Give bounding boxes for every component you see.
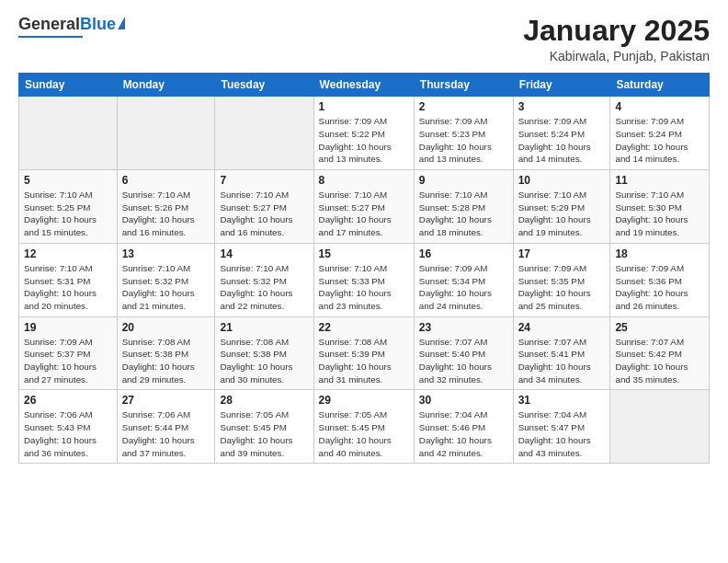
day-number: 26 bbox=[24, 394, 112, 407]
location: Kabirwala, Punjab, Pakistan bbox=[523, 49, 710, 63]
day-cell bbox=[610, 390, 710, 464]
day-cell bbox=[117, 97, 215, 170]
day-number: 25 bbox=[615, 321, 704, 334]
day-number: 13 bbox=[122, 247, 210, 260]
day-cell: 30Sunrise: 7:04 AMSunset: 5:46 PMDayligh… bbox=[414, 390, 513, 464]
day-info: Sunrise: 7:07 AMSunset: 5:40 PMDaylight:… bbox=[419, 336, 508, 386]
week-row-1: 5Sunrise: 7:10 AMSunset: 5:25 PMDaylight… bbox=[19, 170, 710, 244]
day-number: 14 bbox=[220, 247, 308, 260]
logo-underline bbox=[18, 36, 83, 38]
day-cell: 5Sunrise: 7:10 AMSunset: 5:25 PMDaylight… bbox=[19, 170, 118, 244]
day-number: 10 bbox=[518, 174, 606, 187]
week-row-4: 26Sunrise: 7:06 AMSunset: 5:43 PMDayligh… bbox=[19, 390, 710, 464]
day-number: 6 bbox=[122, 174, 210, 187]
day-info: Sunrise: 7:07 AMSunset: 5:42 PMDaylight:… bbox=[615, 336, 704, 386]
day-info: Sunrise: 7:04 AMSunset: 5:47 PMDaylight:… bbox=[518, 408, 606, 459]
header-saturday: Saturday bbox=[610, 74, 710, 97]
day-info: Sunrise: 7:09 AMSunset: 5:22 PMDaylight:… bbox=[319, 115, 409, 166]
day-info: Sunrise: 7:06 AMSunset: 5:44 PMDaylight:… bbox=[122, 408, 210, 459]
day-number: 18 bbox=[615, 247, 704, 260]
header-sunday: Sunday bbox=[19, 74, 118, 97]
day-info: Sunrise: 7:10 AMSunset: 5:28 PMDaylight:… bbox=[419, 189, 508, 239]
day-info: Sunrise: 7:09 AMSunset: 5:24 PMDaylight:… bbox=[615, 115, 704, 166]
day-cell: 27Sunrise: 7:06 AMSunset: 5:44 PMDayligh… bbox=[117, 390, 215, 464]
day-number: 24 bbox=[518, 321, 606, 334]
header-thursday: Thursday bbox=[414, 74, 513, 97]
day-info: Sunrise: 7:10 AMSunset: 5:33 PMDaylight:… bbox=[319, 262, 409, 313]
day-info: Sunrise: 7:05 AMSunset: 5:45 PMDaylight:… bbox=[220, 408, 308, 459]
day-number: 20 bbox=[122, 321, 210, 334]
day-info: Sunrise: 7:08 AMSunset: 5:39 PMDaylight:… bbox=[319, 336, 409, 386]
day-info: Sunrise: 7:10 AMSunset: 5:31 PMDaylight:… bbox=[24, 262, 112, 313]
week-row-0: 1Sunrise: 7:09 AMSunset: 5:22 PMDaylight… bbox=[19, 97, 710, 170]
day-info: Sunrise: 7:10 AMSunset: 5:26 PMDaylight:… bbox=[122, 189, 210, 239]
day-number: 23 bbox=[419, 321, 508, 334]
day-cell: 18Sunrise: 7:09 AMSunset: 5:36 PMDayligh… bbox=[610, 243, 710, 316]
week-row-2: 12Sunrise: 7:10 AMSunset: 5:31 PMDayligh… bbox=[19, 243, 710, 316]
day-cell: 22Sunrise: 7:08 AMSunset: 5:39 PMDayligh… bbox=[313, 316, 414, 390]
day-cell: 23Sunrise: 7:07 AMSunset: 5:40 PMDayligh… bbox=[414, 316, 513, 390]
day-cell: 14Sunrise: 7:10 AMSunset: 5:32 PMDayligh… bbox=[215, 243, 313, 316]
day-cell bbox=[19, 97, 118, 170]
day-cell: 1Sunrise: 7:09 AMSunset: 5:22 PMDaylight… bbox=[313, 97, 414, 170]
day-cell: 16Sunrise: 7:09 AMSunset: 5:34 PMDayligh… bbox=[414, 243, 513, 316]
day-number: 1 bbox=[319, 100, 409, 113]
day-info: Sunrise: 7:10 AMSunset: 5:30 PMDaylight:… bbox=[615, 189, 704, 239]
day-number: 4 bbox=[615, 100, 704, 113]
day-cell: 9Sunrise: 7:10 AMSunset: 5:28 PMDaylight… bbox=[414, 170, 513, 244]
day-number: 15 bbox=[319, 247, 409, 260]
day-number: 30 bbox=[419, 394, 508, 407]
day-number: 17 bbox=[518, 247, 606, 260]
logo: General Blue bbox=[18, 15, 125, 38]
day-number: 7 bbox=[220, 174, 308, 187]
day-cell: 26Sunrise: 7:06 AMSunset: 5:43 PMDayligh… bbox=[19, 390, 118, 464]
day-cell: 24Sunrise: 7:07 AMSunset: 5:41 PMDayligh… bbox=[513, 316, 610, 390]
day-number: 21 bbox=[220, 321, 308, 334]
day-info: Sunrise: 7:09 AMSunset: 5:35 PMDaylight:… bbox=[518, 262, 606, 313]
day-info: Sunrise: 7:09 AMSunset: 5:23 PMDaylight:… bbox=[419, 115, 508, 166]
day-info: Sunrise: 7:09 AMSunset: 5:24 PMDaylight:… bbox=[518, 115, 606, 166]
day-cell: 3Sunrise: 7:09 AMSunset: 5:24 PMDaylight… bbox=[513, 97, 610, 170]
day-cell: 4Sunrise: 7:09 AMSunset: 5:24 PMDaylight… bbox=[610, 97, 710, 170]
day-cell: 19Sunrise: 7:09 AMSunset: 5:37 PMDayligh… bbox=[19, 316, 118, 390]
calendar-header-row: Sunday Monday Tuesday Wednesday Thursday… bbox=[19, 74, 710, 97]
header-friday: Friday bbox=[513, 74, 610, 97]
day-cell: 28Sunrise: 7:05 AMSunset: 5:45 PMDayligh… bbox=[215, 390, 313, 464]
day-cell: 13Sunrise: 7:10 AMSunset: 5:32 PMDayligh… bbox=[117, 243, 215, 316]
day-cell: 21Sunrise: 7:08 AMSunset: 5:38 PMDayligh… bbox=[215, 316, 313, 390]
day-info: Sunrise: 7:10 AMSunset: 5:32 PMDaylight:… bbox=[220, 262, 308, 313]
day-info: Sunrise: 7:07 AMSunset: 5:41 PMDaylight:… bbox=[518, 336, 606, 386]
day-info: Sunrise: 7:10 AMSunset: 5:29 PMDaylight:… bbox=[518, 189, 606, 239]
day-number: 28 bbox=[220, 394, 308, 407]
day-number: 9 bbox=[419, 174, 508, 187]
day-info: Sunrise: 7:05 AMSunset: 5:45 PMDaylight:… bbox=[319, 408, 409, 459]
day-info: Sunrise: 7:09 AMSunset: 5:37 PMDaylight:… bbox=[24, 336, 112, 386]
day-number: 19 bbox=[24, 321, 112, 334]
day-info: Sunrise: 7:10 AMSunset: 5:25 PMDaylight:… bbox=[24, 189, 112, 239]
day-cell: 7Sunrise: 7:10 AMSunset: 5:27 PMDaylight… bbox=[215, 170, 313, 244]
day-cell: 12Sunrise: 7:10 AMSunset: 5:31 PMDayligh… bbox=[19, 243, 118, 316]
day-info: Sunrise: 7:08 AMSunset: 5:38 PMDaylight:… bbox=[122, 336, 210, 386]
day-number: 5 bbox=[24, 174, 112, 187]
day-number: 12 bbox=[24, 247, 112, 260]
calendar-table: Sunday Monday Tuesday Wednesday Thursday… bbox=[18, 73, 710, 464]
day-number: 31 bbox=[518, 394, 606, 407]
day-cell: 8Sunrise: 7:10 AMSunset: 5:27 PMDaylight… bbox=[313, 170, 414, 244]
day-number: 29 bbox=[319, 394, 409, 407]
header-tuesday: Tuesday bbox=[215, 74, 313, 97]
header-monday: Monday bbox=[117, 74, 215, 97]
logo-blue-text: Blue bbox=[80, 15, 116, 34]
title-block: January 2025 Kabirwala, Punjab, Pakistan bbox=[523, 15, 710, 63]
day-cell: 31Sunrise: 7:04 AMSunset: 5:47 PMDayligh… bbox=[513, 390, 610, 464]
day-info: Sunrise: 7:04 AMSunset: 5:46 PMDaylight:… bbox=[419, 408, 508, 459]
day-cell: 25Sunrise: 7:07 AMSunset: 5:42 PMDayligh… bbox=[610, 316, 710, 390]
day-number: 2 bbox=[419, 100, 508, 113]
day-info: Sunrise: 7:10 AMSunset: 5:32 PMDaylight:… bbox=[122, 262, 210, 313]
day-number: 27 bbox=[122, 394, 210, 407]
day-number: 8 bbox=[319, 174, 409, 187]
day-cell: 10Sunrise: 7:10 AMSunset: 5:29 PMDayligh… bbox=[513, 170, 610, 244]
day-info: Sunrise: 7:10 AMSunset: 5:27 PMDaylight:… bbox=[319, 189, 409, 239]
week-row-3: 19Sunrise: 7:09 AMSunset: 5:37 PMDayligh… bbox=[19, 316, 710, 390]
day-cell: 17Sunrise: 7:09 AMSunset: 5:35 PMDayligh… bbox=[513, 243, 610, 316]
header: General Blue January 2025 Kabirwala, Pun… bbox=[18, 15, 710, 63]
